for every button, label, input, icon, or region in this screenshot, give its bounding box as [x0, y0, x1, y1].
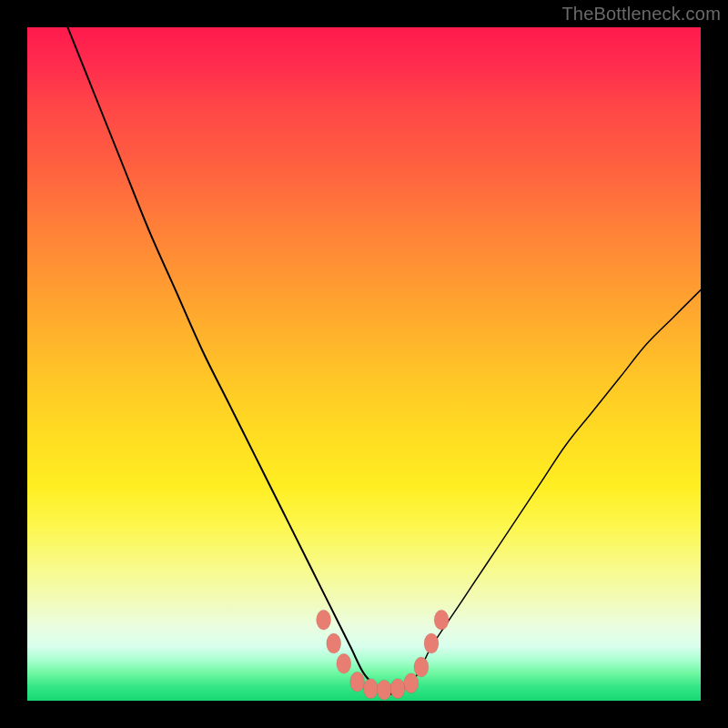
marker-point	[434, 610, 449, 630]
chart-svg	[27, 27, 701, 701]
chart-frame: TheBottleneck.com	[0, 0, 728, 728]
marker-point	[363, 679, 378, 699]
marker-point	[350, 672, 365, 692]
marker-point	[377, 680, 391, 700]
marker-point	[404, 673, 419, 693]
curve-left-branch	[67, 27, 390, 694]
optimal-band-markers	[317, 610, 450, 700]
marker-point	[337, 653, 351, 673]
plot-area	[27, 27, 701, 701]
marker-point	[317, 610, 331, 630]
curve-right-branch	[391, 290, 701, 694]
watermark-text: TheBottleneck.com	[561, 4, 721, 25]
marker-point	[327, 633, 341, 653]
marker-point	[424, 633, 439, 653]
marker-point	[390, 679, 405, 699]
marker-point	[414, 657, 429, 677]
